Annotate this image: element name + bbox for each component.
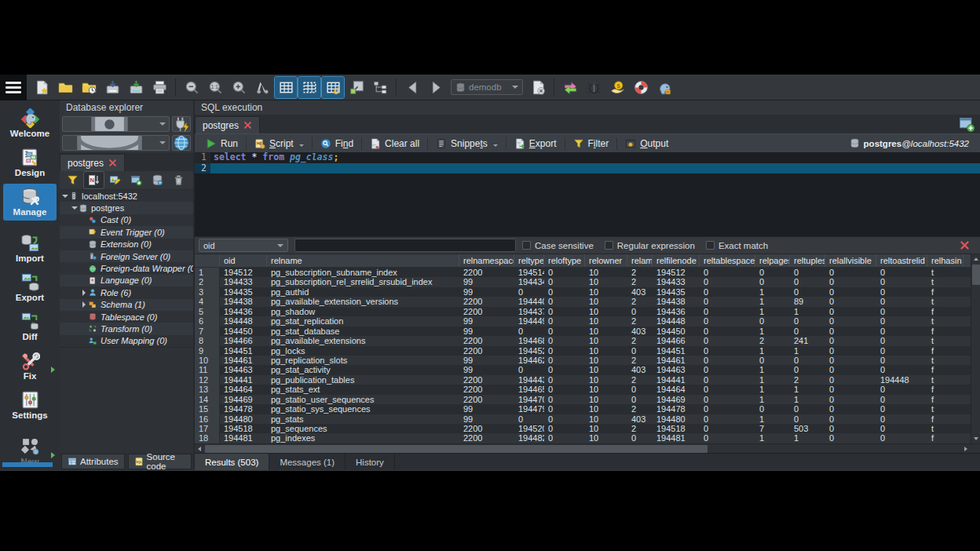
- expander-down-icon[interactable]: [71, 206, 79, 210]
- filter-tree-button[interactable]: [63, 172, 82, 188]
- column-header-reloftype[interactable]: reloftype: [544, 254, 585, 267]
- column-header-relam[interactable]: relam: [627, 254, 653, 267]
- connect-button[interactable]: [172, 116, 191, 132]
- sidebar-item-diff[interactable]: Diff: [3, 308, 57, 345]
- transfer-button[interactable]: [559, 77, 581, 98]
- checkbox-regular-expression[interactable]: Regular expression: [605, 241, 695, 250]
- tree-item-event-trigger-0[interactable]: Event Trigger (0): [60, 226, 193, 238]
- column-header-reltoastrelid[interactable]: reltoastrelid: [876, 254, 927, 267]
- forward-button[interactable]: [425, 77, 447, 98]
- table-row[interactable]: 10194461pg_replication_slots991944620102…: [195, 356, 980, 365]
- grid-view-button[interactable]: [275, 77, 297, 98]
- filter-column-select[interactable]: oid: [199, 239, 288, 252]
- database-selector[interactable]: demodb: [451, 79, 523, 95]
- table-row[interactable]: 18194481pg_indexes2200194482010019448101…: [195, 433, 980, 443]
- table-row[interactable]: 7194450pg_stat_database99001040319445001…: [195, 327, 980, 336]
- tree-item-localhost-5432[interactable]: localhost:5432: [60, 190, 193, 202]
- tab-results-503[interactable]: Results (503): [195, 454, 269, 470]
- table-row[interactable]: 14194469pg_statio_user_sequences22001944…: [195, 395, 980, 404]
- zoom-in-button[interactable]: [228, 77, 250, 98]
- checkbox-exact-match[interactable]: Exact match: [706, 241, 768, 250]
- column-header-reltuples[interactable]: reltuples: [790, 254, 825, 267]
- table-row[interactable]: 9194451pg_locks2200194452010019445101100…: [195, 346, 980, 356]
- save-import-button[interactable]: [101, 77, 123, 98]
- back-button[interactable]: [401, 77, 423, 98]
- filter-search-input[interactable]: [294, 239, 516, 252]
- tab-history[interactable]: History: [346, 454, 395, 470]
- tab-messages-1[interactable]: Messages (1): [269, 454, 346, 470]
- expander-right-icon[interactable]: [80, 290, 88, 296]
- find-button[interactable]: Find: [314, 135, 360, 152]
- table-row[interactable]: 16194480pg_stats99001040319448001000f: [195, 414, 980, 424]
- filter-button[interactable]: Filter: [567, 135, 616, 152]
- edit-object-button[interactable]: [105, 172, 125, 188]
- refresh-browser-button[interactable]: [172, 135, 191, 151]
- delete-object-button[interactable]: [169, 172, 188, 188]
- output-button[interactable]: Output: [619, 135, 675, 152]
- tree-item-tablespace-0[interactable]: Tablespace (0): [60, 311, 193, 323]
- tree-item-foreign-data-wrapper-0[interactable]: Foreign-data Wrapper (0): [60, 262, 193, 274]
- scroll-right-icon[interactable]: [961, 444, 971, 454]
- close-icon[interactable]: [108, 159, 117, 167]
- run-button[interactable]: Run: [199, 135, 244, 152]
- sidebar-item-settings[interactable]: Settings: [3, 387, 57, 424]
- database-dropdown[interactable]: postgres: [62, 135, 170, 151]
- zoom-original-button[interactable]: 1:1: [204, 77, 226, 98]
- snippets-button[interactable]: Snippets: [430, 135, 504, 152]
- create-object-button[interactable]: [126, 172, 146, 188]
- sidebar-item-welcome[interactable]: Welcome: [3, 105, 57, 142]
- scroll-up-icon[interactable]: [971, 254, 980, 264]
- sql-editor[interactable]: 1select * from pg_class;2: [195, 152, 980, 236]
- table-row[interactable]: 12194441pg_publication_tables22001944430…: [195, 375, 980, 385]
- table-row[interactable]: 5194436pg_shadow220019443701001944360110…: [195, 307, 980, 316]
- duplicate-db-button[interactable]: [148, 172, 167, 188]
- connection-dropdown[interactable]: local-db (localhost:5432: [62, 116, 170, 132]
- column-header-relhasin[interactable]: relhasin: [927, 254, 964, 267]
- explorer-tab-postgres[interactable]: postgres: [60, 154, 125, 171]
- close-filter-icon[interactable]: [960, 240, 970, 250]
- diagram-button[interactable]: [346, 77, 368, 98]
- tree-item-schema-1[interactable]: Schema (1): [60, 299, 193, 311]
- open-recent-button[interactable]: [78, 77, 100, 98]
- tree-view-button[interactable]: [369, 77, 391, 98]
- column-header-relnamespace[interactable]: relnamespace: [459, 254, 514, 267]
- save-export-button[interactable]: [125, 77, 147, 98]
- sidebar-item-export[interactable]: Export: [3, 269, 57, 306]
- sidebar-item-manage[interactable]: Manage: [3, 184, 57, 221]
- tree-item-extension-0[interactable]: Extension (0): [60, 239, 193, 250]
- script-button[interactable]: sqlScript: [248, 135, 310, 152]
- table-row[interactable]: 3194435pg_authid99001040319443501000f: [195, 287, 980, 297]
- tree-item-postgres[interactable]: postgres: [60, 202, 193, 213]
- editor-line-2[interactable]: 2: [195, 163, 980, 174]
- table-row[interactable]: 6194448pg_stat_replication99194449010219…: [195, 316, 980, 326]
- table-row[interactable]: 17194518pg_sequences22001945200102194518…: [195, 424, 980, 433]
- column-header-relfilenode[interactable]: relfilenode: [653, 254, 700, 267]
- close-icon[interactable]: [243, 121, 252, 130]
- table-row[interactable]: 8194466pg_available_extensions2200194468…: [195, 336, 980, 345]
- new-document-button[interactable]: [31, 77, 53, 98]
- tree-item-language-0[interactable]: Language (0): [60, 275, 193, 286]
- checkbox-case-sensitive[interactable]: Case sensitive: [522, 241, 594, 250]
- print-button[interactable]: [148, 77, 170, 98]
- tab-attributes[interactable]: Attributes: [61, 454, 125, 469]
- editor-line-1[interactable]: 1select * from pg_class;: [195, 152, 980, 163]
- scroll-left-icon[interactable]: [195, 444, 204, 454]
- new-editor-button[interactable]: [958, 116, 975, 131]
- expander-right-icon[interactable]: [80, 301, 88, 308]
- expander-down-icon[interactable]: [61, 195, 69, 198]
- sidebar-item-design[interactable]: Design: [3, 144, 57, 181]
- tree-item-transform-0[interactable]: Transform (0): [60, 323, 193, 334]
- table-row[interactable]: 2194433pg_subscription_rel_srrelid_srsub…: [195, 277, 980, 286]
- open-button[interactable]: [54, 77, 76, 98]
- tree-item-role-6[interactable]: Role (6): [60, 286, 193, 298]
- column-header-oid[interactable]: oid: [220, 254, 267, 267]
- table-row[interactable]: 4194438pg_available_extension_versions22…: [195, 297, 980, 306]
- tree-item-cast-0[interactable]: Cast (0): [60, 214, 193, 226]
- vertical-scrollbar[interactable]: [971, 254, 980, 443]
- column-header-reltype[interactable]: reltype: [514, 254, 544, 267]
- clear-all-button[interactable]: Clear all: [364, 135, 426, 152]
- sort-tree-button[interactable]: N: [84, 172, 104, 188]
- column-header-relpages[interactable]: relpages: [755, 254, 790, 267]
- tab-source-code[interactable]: SQLSource code: [128, 454, 192, 469]
- table-row[interactable]: 13194464pg_stats_ext22001944650100194464…: [195, 385, 980, 394]
